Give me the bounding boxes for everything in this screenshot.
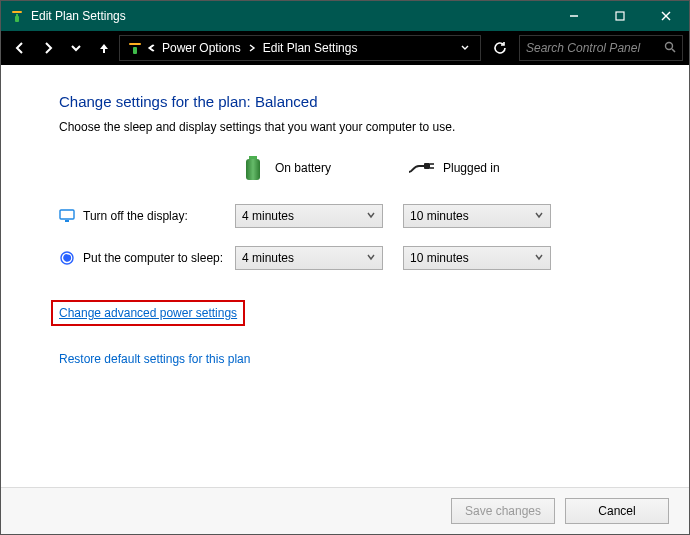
svg-point-7 (666, 42, 673, 49)
navbar: Power Options Edit Plan Settings Search … (1, 31, 689, 65)
content-area: Change settings for the plan: Balanced C… (1, 65, 689, 487)
display-plugged-select[interactable]: 10 minutes (403, 204, 551, 228)
titlebar: Edit Plan Settings (1, 1, 689, 31)
display-battery-value: 4 minutes (242, 209, 366, 223)
chevron-down-icon (366, 251, 376, 265)
svg-rect-1 (16, 14, 18, 18)
state-on-battery-label: On battery (275, 161, 331, 175)
search-input[interactable]: Search Control Panel (519, 35, 683, 61)
row-display-label: Turn off the display: (83, 209, 235, 223)
chevron-left-icon (144, 43, 158, 53)
state-on-battery: On battery (239, 154, 407, 182)
state-plugged-in: Plugged in (407, 154, 567, 182)
svg-rect-6 (133, 47, 137, 54)
svg-line-8 (672, 49, 675, 52)
sleep-plugged-value: 10 minutes (410, 251, 534, 265)
address-bar[interactable]: Power Options Edit Plan Settings (119, 35, 481, 61)
chevron-right-icon (245, 43, 259, 53)
cancel-button[interactable]: Cancel (565, 498, 669, 524)
plug-icon (407, 154, 435, 182)
window-title: Edit Plan Settings (31, 9, 551, 23)
power-state-header: On battery Plugged in (239, 154, 649, 182)
chevron-down-icon (534, 251, 544, 265)
svg-rect-14 (60, 210, 74, 219)
close-button[interactable] (643, 1, 689, 31)
svg-rect-10 (246, 159, 260, 180)
window-controls (551, 1, 689, 31)
page-instruction: Choose the sleep and display settings th… (59, 120, 649, 134)
sleep-battery-select[interactable]: 4 minutes (235, 246, 383, 270)
row-sleep: Put the computer to sleep: 4 minutes 10 … (59, 246, 649, 270)
svg-rect-11 (424, 163, 430, 169)
search-icon (664, 41, 676, 56)
page-title: Change settings for the plan: Balanced (59, 93, 649, 110)
battery-icon (239, 154, 267, 182)
up-button[interactable] (91, 35, 117, 61)
row-display: Turn off the display: 4 minutes 10 minut… (59, 204, 649, 228)
state-plugged-in-label: Plugged in (443, 161, 500, 175)
forward-button[interactable] (35, 35, 61, 61)
display-battery-select[interactable]: 4 minutes (235, 204, 383, 228)
maximize-button[interactable] (597, 1, 643, 31)
svg-rect-15 (65, 220, 69, 222)
link-change-advanced[interactable]: Change advanced power settings (51, 300, 245, 326)
window-icon (9, 8, 25, 24)
breadcrumb-power-options[interactable]: Power Options (158, 41, 245, 55)
links-section: Change advanced power settings Restore d… (59, 300, 649, 382)
button-bar: Save changes Cancel (1, 487, 689, 534)
save-button[interactable]: Save changes (451, 498, 555, 524)
minimize-button[interactable] (551, 1, 597, 31)
chevron-down-icon (534, 209, 544, 223)
svg-rect-9 (249, 156, 257, 159)
sleep-icon (59, 250, 75, 266)
breadcrumb-edit-plan[interactable]: Edit Plan Settings (259, 41, 362, 55)
address-dropdown-icon[interactable] (456, 41, 474, 55)
window-root: Edit Plan Settings (0, 0, 690, 535)
recent-locations-button[interactable] (63, 35, 89, 61)
link-restore-defaults[interactable]: Restore default settings for this plan (59, 352, 250, 366)
display-plugged-value: 10 minutes (410, 209, 534, 223)
chevron-down-icon (366, 209, 376, 223)
refresh-button[interactable] (487, 35, 513, 61)
search-placeholder: Search Control Panel (526, 41, 664, 55)
display-icon (59, 208, 75, 224)
svg-rect-3 (616, 12, 624, 20)
sleep-plugged-select[interactable]: 10 minutes (403, 246, 551, 270)
back-button[interactable] (7, 35, 33, 61)
control-panel-icon (126, 41, 144, 55)
row-sleep-label: Put the computer to sleep: (83, 251, 235, 265)
sleep-battery-value: 4 minutes (242, 251, 366, 265)
